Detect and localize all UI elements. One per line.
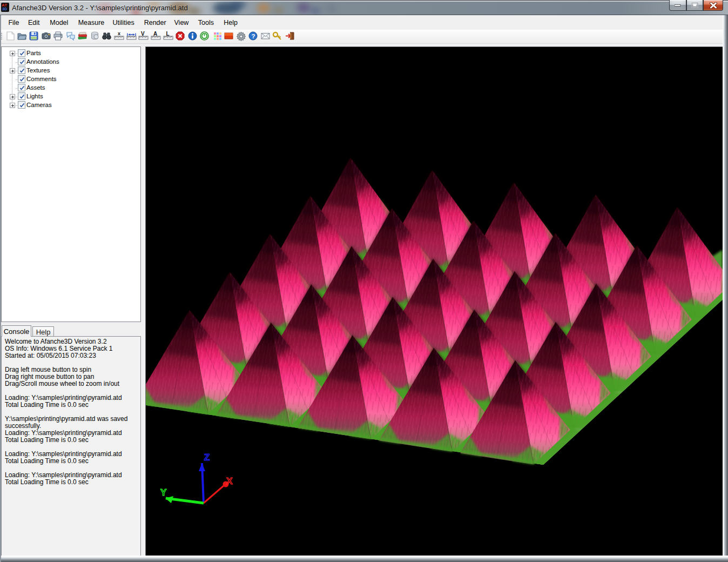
svg-text:X: X [226,476,233,486]
svg-text:Z: Z [204,452,210,463]
svg-text:?: ? [251,33,255,39]
svg-text:x: x [118,31,120,36]
svg-text:A: A [153,31,157,37]
svg-text:L: L [166,31,170,37]
svg-text:V: V [141,31,145,37]
svg-text:Y: Y [160,487,167,498]
